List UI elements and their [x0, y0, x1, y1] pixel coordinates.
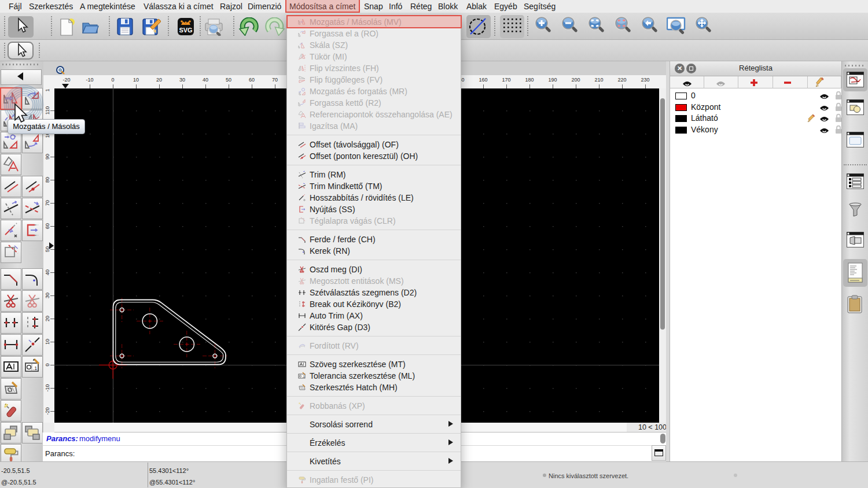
svg-text:SVG: SVG	[179, 27, 192, 34]
svg-text:.1: .1	[302, 375, 304, 378]
svg-text:.1: .1	[33, 365, 38, 371]
